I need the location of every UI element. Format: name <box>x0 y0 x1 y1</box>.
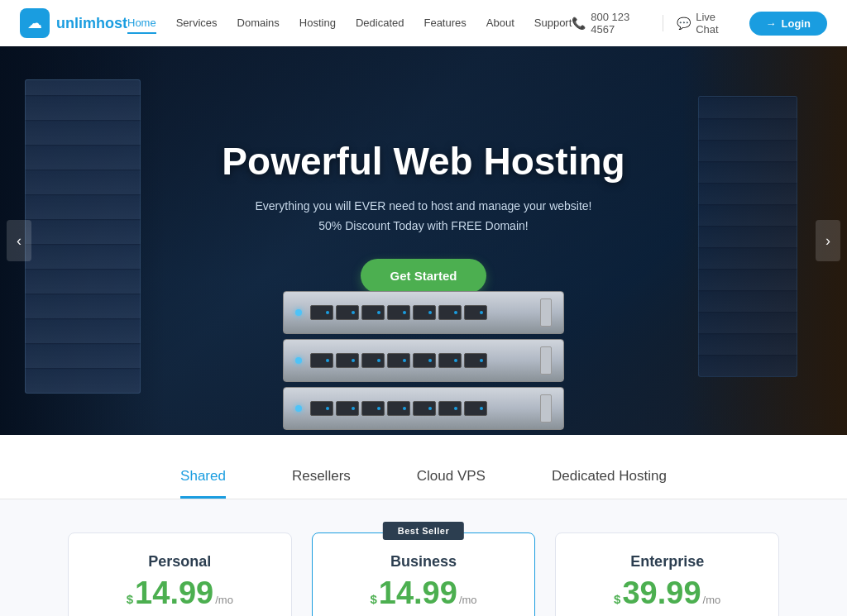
best-seller-badge: Best Seller <box>383 522 464 540</box>
server-unit-2 <box>283 339 564 382</box>
server-slot <box>464 305 487 320</box>
logo-text: unlimhost <box>56 15 127 32</box>
hero-prev-button[interactable]: ‹ <box>7 220 31 261</box>
logo-icon: ☁ <box>20 8 50 38</box>
server-slot <box>387 353 410 368</box>
server-slot <box>336 305 359 320</box>
hosting-tabs: Shared Resellers Cloud VPS Dedicated Hos… <box>0 468 847 499</box>
nav-services[interactable]: Services <box>176 13 218 34</box>
server-slot <box>387 401 410 416</box>
nav-home[interactable]: Home <box>127 13 156 34</box>
nav-about[interactable]: About <box>486 13 514 34</box>
nav-dedicated[interactable]: Dedicated <box>356 13 404 34</box>
hero-next-button[interactable]: › <box>816 220 840 261</box>
tab-dedicated-hosting[interactable]: Dedicated Hosting <box>552 468 667 499</box>
server-slots-3 <box>310 401 535 416</box>
plan-price-enterprise: $ 39.99 /mo <box>576 577 758 609</box>
plan-personal: Personal $ 14.99 /mo 19 Resold Accounts … <box>68 532 292 616</box>
nav-hosting[interactable]: Hosting <box>299 13 336 34</box>
pricing-section: Personal $ 14.99 /mo 19 Resold Accounts … <box>0 499 847 616</box>
login-button[interactable]: → Login <box>749 12 827 36</box>
server-slot <box>336 353 359 368</box>
pricing-grid: Personal $ 14.99 /mo 19 Resold Accounts … <box>68 532 779 616</box>
hero-title: Powerful Web Hosting <box>222 139 624 184</box>
server-unit-3 <box>283 387 564 430</box>
main-nav: Home Services Domains Hosting Dedicated … <box>127 13 572 34</box>
server-slot <box>438 305 462 320</box>
server-slot <box>413 305 436 320</box>
phone-icon: 📞 <box>572 17 586 30</box>
price-dollar-personal: $ <box>127 592 133 606</box>
server-slot <box>361 401 385 416</box>
server-slot <box>361 305 385 320</box>
server-slots-1 <box>310 305 535 320</box>
server-illustration <box>283 291 564 435</box>
site-header: ☁ unlimhost Home Services Domains Hostin… <box>0 0 847 46</box>
server-slots-2 <box>310 353 535 368</box>
price-dollar-business: $ <box>370 592 376 606</box>
live-chat-button[interactable]: 💬 Live Chat <box>677 11 735 36</box>
server-slot <box>336 401 359 416</box>
get-started-button[interactable]: Get Started <box>361 259 487 293</box>
header-divider <box>663 15 663 31</box>
server-side <box>540 394 552 423</box>
server-slot <box>387 305 410 320</box>
plan-business: Best Seller Business $ 14.99 /mo 99 Reso… <box>312 532 536 616</box>
price-dollar-enterprise: $ <box>614 592 620 606</box>
rack-left <box>25 79 141 394</box>
price-period-business: /mo <box>459 594 477 606</box>
price-period-enterprise: /mo <box>703 594 721 606</box>
server-unit-1 <box>283 291 564 334</box>
server-slot <box>438 353 462 368</box>
server-slot <box>310 401 333 416</box>
price-amount-business: 14.99 <box>379 577 457 609</box>
nav-support[interactable]: Support <box>534 13 572 34</box>
server-slot <box>361 353 385 368</box>
tab-resellers[interactable]: Resellers <box>292 468 351 499</box>
phone-display: 📞 800 123 4567 <box>572 11 649 36</box>
price-period-personal: /mo <box>215 594 233 606</box>
plan-enterprise: Enterprise $ 39.99 /mo 119 Resold Accoun… <box>555 532 779 616</box>
tab-shared[interactable]: Shared <box>180 468 226 499</box>
server-slot <box>464 401 487 416</box>
server-slot <box>438 401 462 416</box>
rack-right <box>698 96 797 377</box>
plan-price-personal: $ 14.99 /mo <box>89 577 271 609</box>
server-side <box>540 298 552 327</box>
plan-price-business: $ 14.99 /mo <box>333 577 515 609</box>
price-amount-enterprise: 39.99 <box>622 577 701 609</box>
tabs-section: Shared Resellers Cloud VPS Dedicated Hos… <box>0 435 847 499</box>
login-icon: → <box>766 17 777 30</box>
tab-cloud-vps[interactable]: Cloud VPS <box>417 468 486 499</box>
server-slot <box>413 401 436 416</box>
server-slot <box>310 305 333 320</box>
server-slot <box>310 353 333 368</box>
server-slot <box>464 353 487 368</box>
server-slot <box>413 353 436 368</box>
plan-name-personal: Personal <box>89 553 271 571</box>
header-right: 📞 800 123 4567 💬 Live Chat → Login <box>572 11 827 36</box>
server-side <box>540 346 552 375</box>
logo[interactable]: ☁ unlimhost <box>20 8 127 38</box>
nav-features[interactable]: Features <box>424 13 466 34</box>
hero-section: ‹ Powerful Web Hosting Everything you wi… <box>0 46 847 435</box>
hero-subtitle: Everything you will EVER need to host an… <box>222 197 624 236</box>
price-amount-personal: 14.99 <box>135 577 213 609</box>
nav-domains[interactable]: Domains <box>237 13 280 34</box>
chat-icon: 💬 <box>677 17 691 30</box>
plan-name-enterprise: Enterprise <box>576 553 758 571</box>
plan-name-business: Business <box>333 553 515 571</box>
